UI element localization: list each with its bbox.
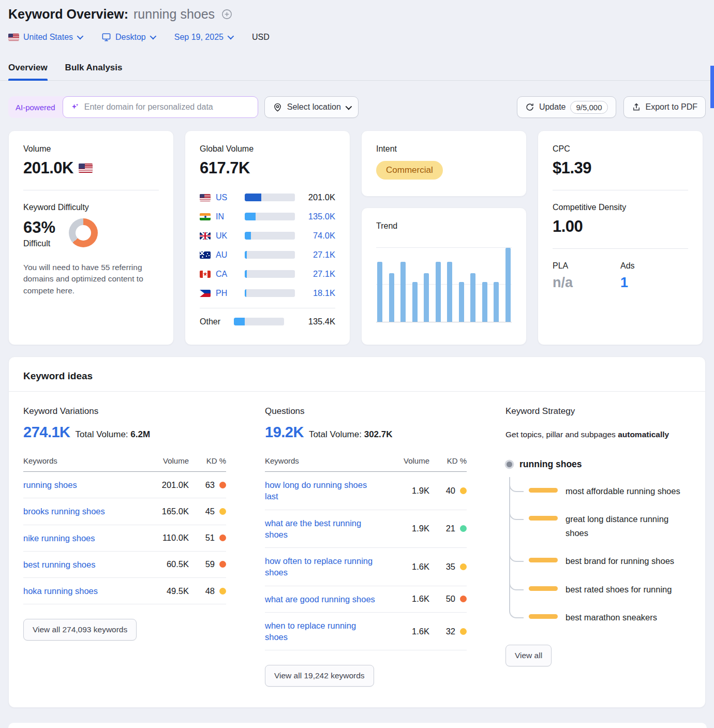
keyword-link[interactable]: nike running shoes [23,532,144,544]
kd-dot-icon [460,525,467,532]
kd-percent: 63% [23,218,55,237]
export-pdf-button[interactable]: Export to PDF [623,96,706,118]
keyword-link[interactable]: what are good running shoes [265,593,385,605]
country-filter[interactable]: United States [8,33,82,42]
ai-powered-badge: AI-powered [8,96,63,118]
date-filter[interactable]: Sep 19, 2025 [174,33,232,42]
strategy-item: best marathon sneakers [509,611,691,624]
trend-bar [482,282,487,322]
table-header: Keywords Volume KD % [23,456,226,472]
add-keyword-icon[interactable] [221,8,233,20]
pla-value: n/a [553,275,620,291]
strategy-item-label[interactable]: most affordable running shoes [566,484,680,498]
keyword-link[interactable]: hoka running shoes [23,585,144,597]
strategy-item-label[interactable]: great long distance running shoes [566,512,691,540]
keyword-strategy-column: Keyword Strategy Get topics, pillar and … [505,406,691,687]
kd-dot-icon [219,561,226,568]
questions-label: Questions [265,406,467,417]
keyword-link[interactable]: brooks running shoes [23,506,144,517]
country-volume-value[interactable]: 201.0K [308,192,335,202]
country-volume-value[interactable]: 135.4K [308,317,335,326]
keyword-volume: 201.0K [144,480,189,490]
cpc-label: CPC [553,144,688,154]
country-code-link[interactable]: CA [216,270,240,279]
country-code-link[interactable]: UK [216,231,240,241]
questions-count[interactable]: 19.2K [265,424,304,441]
country-volume-value[interactable]: 18.1K [313,288,335,298]
trend-bar [505,248,511,322]
tab-overview[interactable]: Overview [8,58,48,80]
strategy-item-label[interactable]: best brand for running shoes [566,554,674,568]
variations-count[interactable]: 274.1K [23,424,70,441]
keyword-row: when to replace running shoes 1.6K 32 [265,613,467,651]
keyword-link[interactable]: running shoes [23,479,144,491]
kd-dot-icon [219,482,226,488]
strategy-item-label[interactable]: best rated shoes for running [566,583,672,596]
volume-bar-track [234,318,284,325]
col-kd: KD % [429,456,467,465]
country-flag-icon [200,213,211,220]
global-volume-list: US 201.0K IN 135.0K UK 74.0K AU 27.1K CA… [200,188,335,331]
topic-pill-icon [529,586,558,591]
keyword-variations-column: Keyword Variations 274.1K Total Volume: … [23,406,226,687]
global-volume-row: US 201.0K [200,188,335,207]
country-volume-value[interactable]: 27.1K [313,250,335,260]
country-flag-icon [200,271,211,278]
country-code-link[interactable]: IN [216,212,240,221]
export-pdf-label: Export to PDF [646,102,697,112]
country-volume-value[interactable]: 135.0K [308,212,335,221]
country-code-link[interactable]: US [216,193,240,202]
strategy-label: Keyword Strategy [505,406,691,417]
chevron-down-icon [345,103,352,110]
country-volume-value[interactable]: 74.0K [313,231,335,241]
country-flag-icon [200,232,211,240]
intent-badge[interactable]: Commercial [376,161,443,180]
country-flag-icon [200,290,211,297]
domain-input-box[interactable] [63,96,258,118]
volume-bar-fill [234,318,245,325]
scrollbar-thumb[interactable] [710,66,714,108]
keyword-ideas-card: Keyword ideas Keyword Variations 274.1K … [8,356,706,708]
keyword-ideas-title: Keyword ideas [9,357,705,392]
keyword-link[interactable]: best running shoes [23,559,144,570]
trend-bar [400,262,406,322]
tab-bulk-analysis[interactable]: Bulk Analysis [65,58,123,80]
keyword-link[interactable]: when to replace running shoes [265,620,385,643]
kd-note: You will need to have 55 referring domai… [23,262,159,296]
device-filter[interactable]: Desktop [101,32,155,42]
export-icon [632,102,641,112]
page-title: Keyword Overview: [8,7,128,22]
trend-card: Trend [361,207,527,345]
strategy-item-label[interactable]: best marathon sneakers [566,611,657,624]
trend-bar [412,282,418,322]
country-code-link[interactable]: PH [216,289,240,298]
country-code-link[interactable]: AU [216,250,240,260]
volume-bar-fill [245,232,251,240]
kd-dot-icon [460,596,467,602]
keyword-row: what are good running shoes 1.6K 50 [265,586,467,613]
keyword-link[interactable]: what are the best running shoes [265,517,385,541]
country-code-link: Other [200,317,229,326]
volume-bar-track [245,213,295,220]
page-header: Keyword Overview: running shoes United S… [0,0,714,42]
ads-value[interactable]: 1 [620,275,688,291]
global-volume-value: 617.7K [200,159,250,177]
update-button[interactable]: Update 9/5,000 [517,96,616,118]
volume-bar-fill [245,270,247,278]
next-section-edge [8,723,707,728]
view-all-strategy-button[interactable]: View all [505,645,552,666]
keyword-kd: 48 [189,586,226,596]
keyword-link[interactable]: how often to replace running shoes [265,555,385,578]
keyword-row: nike running shoes 110.0K 51 [23,525,226,552]
country-volume-value[interactable]: 27.1K [313,269,335,279]
col-keywords: Keywords [23,456,144,465]
view-all-variations-button[interactable]: View all 274,093 keywords [23,619,137,641]
topic-pill-icon [529,516,558,521]
keyword-link[interactable]: how long do running shoes last [265,479,385,502]
view-all-questions-button[interactable]: View all 19,242 keywords [265,665,374,687]
trend-bar [470,273,475,322]
pla-label: PLA [553,261,620,271]
keyword-kd: 63 [189,480,226,490]
domain-input[interactable] [84,102,250,112]
select-location-button[interactable]: Select location [264,96,359,118]
